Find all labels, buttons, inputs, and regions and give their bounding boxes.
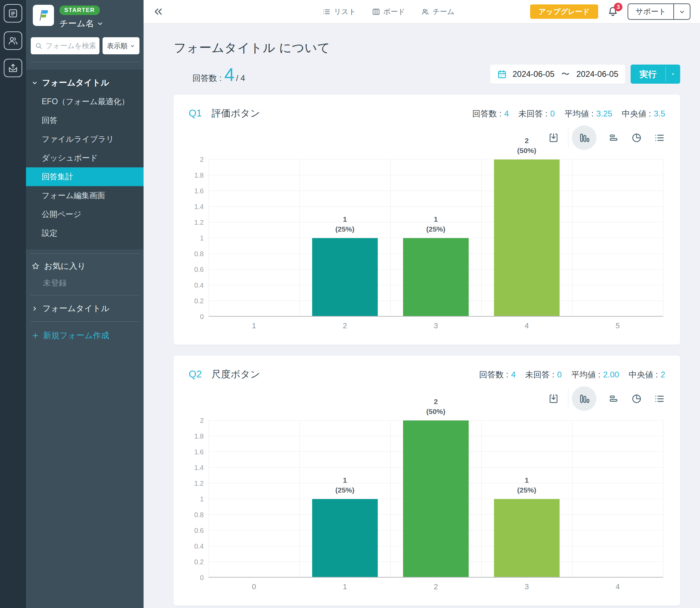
chevron-down-icon[interactable] [674,4,690,19]
bar[interactable] [312,499,378,578]
bar[interactable] [403,238,469,317]
chart-toolbar [189,125,665,150]
favorites-header[interactable]: お気に入り [26,254,144,275]
chart-plot: 00.20.40.60.811.21.41.61.821(25%)1(25%)2… [208,160,663,317]
question-number: Q1 [189,108,202,119]
sidebar-item-dashboard[interactable]: ダッシュボード [26,149,144,167]
bar-chart-q2: 00.20.40.60.811.21.41.61.821(25%)2(50%)1… [208,420,663,591]
question-card-q2: Q2 尺度ボタン 回答数 :4 未回答 :0 平均値 :2.00 中央値 :2 [174,356,680,606]
pie-chart-icon[interactable] [631,132,642,143]
date-to[interactable]: 2024-06-05 [576,69,618,79]
question-number: Q2 [189,369,202,380]
answers-label: 回答数 : [192,73,221,84]
divider [568,388,568,409]
sidebar-item-settings[interactable]: 設定 [26,224,144,243]
y-axis-tick-label: 0.6 [194,527,204,535]
column-chart-icon[interactable] [572,125,596,150]
horizontal-bar-chart-icon[interactable] [608,393,619,404]
new-form-button[interactable]: 新規フォーム作成 [26,322,144,349]
y-axis-tick-label: 0.2 [194,558,204,566]
y-axis-tick-label: 0.6 [194,266,204,274]
form-group-header[interactable]: フォームタイトル [26,72,144,92]
list-icon[interactable] [654,393,665,404]
star-icon [31,262,40,270]
app-window: STARTER チーム名 表示順 フォームタイトル [0,0,700,608]
bar-value-label: 1(25%) [335,215,354,234]
gridline [208,175,663,175]
members-icon[interactable] [4,31,22,50]
horizontal-bar-chart-icon[interactable] [608,132,619,143]
bar-value-label: 1(25%) [426,215,445,234]
question-title: 評価ボタン [212,107,260,120]
list-icon[interactable] [654,132,665,143]
gridline [208,316,663,317]
y-axis-tick-label: 1.8 [194,432,204,440]
pie-chart-icon[interactable] [631,393,642,404]
upgrade-button[interactable]: アップグレード [530,4,598,19]
gridline [208,420,209,578]
chart-x-axis: 01234 [208,582,663,591]
gridline [208,206,663,207]
team-selector[interactable]: チーム名 [59,18,104,29]
search-input[interactable] [45,42,95,50]
gridline [208,577,663,578]
gridline [663,420,663,578]
y-axis-tick-label: 1.6 [194,187,204,195]
y-axis-tick-label: 0.4 [194,542,204,550]
gridline [390,420,391,578]
forms-icon[interactable] [4,4,22,23]
bar-value-label: 1(25%) [517,475,536,495]
y-axis-tick-label: 0.8 [194,511,204,519]
bar[interactable] [494,160,560,317]
sidebar-item-file-library[interactable]: ファイルライブラリ [26,130,144,149]
topbar: リスト ボード チーム アップグレード 3 サポート [144,0,700,23]
divider [568,127,568,148]
date-from[interactable]: 2024-06-05 [512,69,554,79]
favorites-empty-label: 未登録 [26,275,144,295]
download-icon[interactable] [548,393,559,404]
run-button[interactable]: 実行 [631,65,680,84]
y-axis-tick-label: 2 [200,417,204,425]
board-icon [372,8,380,16]
y-axis-tick-label: 1 [200,234,204,242]
y-axis-tick-label: 0.4 [194,281,204,289]
sidebar-item-efo[interactable]: EFO（フォーム最適化） [26,92,144,111]
bar[interactable] [403,420,469,578]
y-axis-tick-label: 0.2 [194,297,204,305]
date-range-picker[interactable]: 2024-06-05 〜 2024-06-05 [490,65,625,84]
sort-order-button[interactable]: 表示順 [103,37,139,54]
import-icon[interactable] [4,59,22,77]
plus-icon [31,332,39,340]
date-filter-controls: 2024-06-05 〜 2024-06-05 実行 [490,65,680,84]
caret-down-icon[interactable] [666,65,680,84]
sidebar-item-public-page[interactable]: 公開ページ [26,205,144,224]
x-axis-label: 0 [208,582,299,591]
tab-team[interactable]: チーム [421,7,455,16]
y-axis-tick-label: 2 [200,156,204,164]
sidebar-item-answer-summary[interactable]: 回答集計 [26,167,144,186]
sidebar-item-answers[interactable]: 回答 [26,111,144,130]
team-name: チーム名 [59,18,94,29]
collapsed-form-group[interactable]: フォームタイトル [26,295,144,321]
y-axis-tick-label: 0 [200,313,204,321]
bar-value-label: 2(50%) [426,397,445,416]
main-area: リスト ボード チーム アップグレード 3 サポート [144,0,700,608]
app-logo[interactable] [33,5,54,26]
x-axis-label: 5 [572,321,663,330]
sidebar-item-form-editor[interactable]: フォーム編集画面 [26,186,144,205]
calendar-icon [497,69,507,79]
notifications-button[interactable]: 3 [607,6,619,17]
bar[interactable] [494,499,560,578]
list-icon [322,8,331,16]
answers-row: 回答数 : 4 / 4 2024-06-05 〜 2024-06-05 実行 [174,65,680,84]
gridline [299,160,300,317]
collapse-sidebar-button[interactable] [153,6,163,17]
x-axis-label: 2 [299,321,390,330]
bar[interactable] [312,238,378,317]
column-chart-icon[interactable] [572,386,596,411]
tab-list[interactable]: リスト [322,7,356,16]
support-button[interactable]: サポート [628,3,690,20]
download-icon[interactable] [548,132,559,143]
tab-board[interactable]: ボード [372,7,405,16]
gridline [481,160,482,317]
